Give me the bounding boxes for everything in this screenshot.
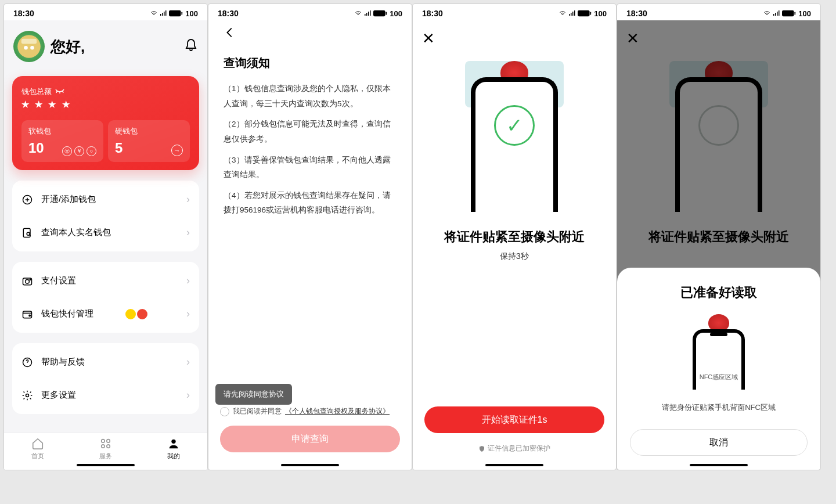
home-indicator[interactable] <box>281 464 339 466</box>
svg-rect-38 <box>775 13 776 16</box>
wifi-icon <box>150 10 157 17</box>
notice-body: 查询须知 （1）钱包信息查询涉及您的个人隐私，仅限本人查询，每三十天内查询次数为… <box>208 20 412 470</box>
svg-rect-32 <box>571 13 572 16</box>
wifi-icon <box>559 10 566 17</box>
svg-point-6 <box>17 35 41 58</box>
apply-query-button[interactable]: 申请查询 <box>220 426 400 452</box>
svg-rect-27 <box>368 12 369 16</box>
chevron-right-icon: › <box>186 275 190 287</box>
status-icons: 100 <box>150 9 198 18</box>
menu-quick-pay[interactable]: 钱包快付管理 › <box>12 297 199 330</box>
start-read-button[interactable]: 开始读取证件1s <box>424 406 604 433</box>
wallet-balance-card[interactable]: 钱包总额 ★ ★ ★ ★ 软钱包 10 ㊎￥○ 硬钱包 5 → <box>12 76 199 170</box>
status-time: 18:30 <box>626 9 647 18</box>
svg-rect-5 <box>182 12 183 15</box>
close-button[interactable]: ✕ <box>422 31 435 46</box>
profile-body: 您好, 钱包总额 ★ ★ ★ ★ 软钱包 10 ㊎￥○ <box>4 20 207 470</box>
signal-icon <box>364 10 371 17</box>
eye-off-icon[interactable] <box>55 89 64 95</box>
battery-level: 100 <box>594 9 607 18</box>
chevron-right-icon: › <box>186 226 190 239</box>
svg-point-21 <box>107 439 110 442</box>
battery-level: 100 <box>390 9 402 18</box>
hard-wallet-tile[interactable]: 硬钱包 5 → <box>108 120 190 162</box>
cancel-button[interactable]: 取消 <box>630 429 808 456</box>
status-icons: 100 <box>355 9 402 18</box>
svg-rect-4 <box>169 10 181 16</box>
greeting-block[interactable]: 您好, <box>13 31 85 62</box>
svg-point-15 <box>30 279 31 280</box>
chevron-right-icon: › <box>186 308 190 320</box>
greeting-text: 您好, <box>51 37 85 57</box>
hard-wallet-label: 硬钱包 <box>115 126 183 136</box>
agree-checkbox[interactable] <box>220 407 229 416</box>
status-time: 18:30 <box>218 9 239 18</box>
shield-icon <box>478 445 485 452</box>
wallet-hidden-amount: ★ ★ ★ ★ <box>21 99 190 110</box>
notice-p3: （3）请妥善保管钱包查询结果，不向他人透露查询结果。 <box>224 153 397 182</box>
status-bar: 18:30 100 <box>4 4 207 20</box>
notice-text: （1）钱包信息查询涉及您的个人隐私，仅限本人查询，每三十天内查询次数为5次。 （… <box>224 81 397 224</box>
menu-query-realname[interactable]: 查询本人实名钱包 › <box>12 216 199 249</box>
svg-rect-1 <box>162 13 163 16</box>
chevron-right-icon: › <box>186 356 190 368</box>
nav-home[interactable]: 首页 <box>31 437 44 460</box>
grid-icon <box>99 437 112 450</box>
svg-rect-25 <box>365 14 366 16</box>
encrypted-note: 证件信息已加密保护 <box>424 444 604 453</box>
agreement-row[interactable]: 我已阅读并同意 《个人钱包查询授权及服务协议》 <box>220 406 400 416</box>
wallet-total-label: 钱包总额 <box>21 87 190 97</box>
signal-icon <box>568 10 575 17</box>
svg-point-19 <box>26 394 29 397</box>
battery-level: 100 <box>185 9 198 18</box>
back-button[interactable] <box>224 26 397 41</box>
home-indicator[interactable] <box>77 464 135 466</box>
home-indicator[interactable] <box>690 464 748 466</box>
svg-rect-42 <box>795 12 796 15</box>
search-doc-icon <box>21 227 34 239</box>
chevron-right-icon: › <box>186 193 190 206</box>
battery-icon <box>169 10 183 17</box>
screen-nfc-read: 18:30 100 ✕ 将证件贴紧至摄像头附近 已准备好读取 NFC感应区域 <box>617 3 821 470</box>
menu-help-feedback[interactable]: 帮助与反馈 › <box>12 345 199 379</box>
success-check-icon: ✓ <box>494 105 535 146</box>
battery-icon <box>578 10 592 17</box>
nav-service[interactable]: 服务 <box>99 437 112 460</box>
svg-rect-33 <box>572 12 574 16</box>
agreement-link[interactable]: 《个人钱包查询授权及服务协议》 <box>285 406 390 416</box>
menu-add-wallet[interactable]: 开通/添加钱包 › <box>12 183 199 216</box>
status-bar: 18:30 100 <box>617 4 820 20</box>
svg-point-8 <box>30 46 34 50</box>
arrow-right-icon[interactable]: → <box>171 145 183 156</box>
menu-more-settings[interactable]: 更多设置 › <box>12 379 199 412</box>
notice-p2: （2）部分钱包信息可能无法及时查得，查询信息仅供参考。 <box>224 117 397 146</box>
signal-icon <box>160 10 167 17</box>
hard-wallet-count: 5 <box>115 140 122 156</box>
scan-title: 将证件贴紧至摄像头附近 <box>423 228 606 246</box>
svg-point-7 <box>24 46 28 50</box>
battery-icon <box>373 10 387 17</box>
menu-pay-settings[interactable]: 支付设置 › <box>12 264 199 297</box>
avatar[interactable] <box>13 31 45 62</box>
status-bar: 18:30 100 <box>413 4 616 20</box>
svg-point-14 <box>26 279 30 283</box>
scan-footer: 开始读取证件1s 证件信息已加密保护 <box>413 406 616 453</box>
soft-wallet-tile[interactable]: 软钱包 10 ㊎￥○ <box>21 120 103 162</box>
svg-rect-0 <box>160 14 161 16</box>
svg-rect-9 <box>21 39 37 44</box>
svg-rect-39 <box>777 12 778 16</box>
battery-icon <box>782 10 796 17</box>
svg-rect-34 <box>574 10 575 16</box>
svg-rect-41 <box>782 10 794 16</box>
svg-rect-26 <box>366 13 367 16</box>
svg-rect-35 <box>578 10 590 16</box>
home-indicator[interactable] <box>485 464 543 466</box>
person-icon <box>167 437 180 450</box>
svg-point-22 <box>102 444 105 448</box>
agree-tooltip: 请先阅读同意协议 <box>215 384 292 405</box>
chevron-left-icon <box>224 26 236 39</box>
notification-bell-icon[interactable] <box>184 38 198 55</box>
screen-camera-scan: 18:30 100 ✕ ✓ 将证件贴紧至摄像头附近 保持3秒 开始读取证件1s … <box>412 3 617 470</box>
menu-group-2: 支付设置 › 钱包快付管理 › <box>12 262 199 333</box>
nav-mine[interactable]: 我的 <box>167 437 180 460</box>
